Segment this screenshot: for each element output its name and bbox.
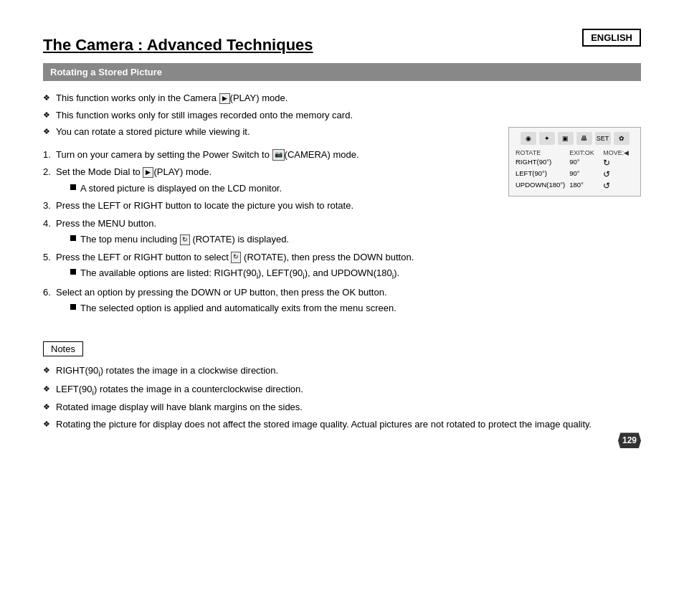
diag-icon-5: SET — [595, 132, 611, 145]
rotate-right-symbol: ↻ — [601, 157, 636, 169]
note-4: Rotating the picture for display does no… — [43, 417, 641, 432]
play-icon: ▶ — [219, 93, 230, 105]
intro-bullet-3: You can rotate a stored picture while vi… — [43, 125, 494, 139]
step-2: 2. Set the Mode Dial to ▶(PLAY) mode. A … — [43, 165, 494, 195]
rotate-left-symbol: ↺ — [601, 169, 636, 180]
table-row-left: LEFT(90°) 90° ↺ — [513, 169, 636, 180]
rotate-updown-label: UPDOWN(180°) — [513, 180, 567, 191]
notes-section: Notes RIGHT(90i) rotates the image in a … — [43, 341, 641, 432]
notes-label: Notes — [43, 341, 83, 356]
intro-bullet-1: This function works only in the Camera ▶… — [43, 91, 494, 105]
step-5-sub-text: The available options are listed: RIGHT(… — [80, 266, 399, 282]
diag-icon-4: 🖶 — [576, 132, 592, 145]
header-col-exit: EXIT:OK — [567, 148, 601, 157]
note-3: Rotated image display will have blank ma… — [43, 400, 641, 414]
step-6-sub-text: The selected option is applied and autom… — [80, 301, 396, 316]
language-badge: ENGLISH — [582, 29, 641, 47]
diagram-icon-row: ◉ ✦ ▣ 🖶 SET ✿ — [513, 132, 636, 145]
rotate-left-label: LEFT(90°) — [513, 169, 567, 180]
rotate-icon-inline: ↻ — [180, 234, 190, 246]
header-col-move: MOVE:◀ — [601, 148, 636, 157]
table-header-row: ROTATE EXIT:OK MOVE:◀ — [513, 148, 636, 157]
step-4-sub-text: The top menu including ↻ (ROTATE) is dis… — [80, 232, 289, 247]
note-1: RIGHT(90i) rotates the image in a clockw… — [43, 364, 641, 379]
diag-icon-6: ✿ — [614, 132, 630, 145]
step-4: 4. Press the MENU button. The top menu i… — [43, 217, 494, 247]
rotate-updown-degree: 180° — [567, 180, 601, 191]
sub-bullet-icon-4 — [70, 304, 76, 310]
content-area: This function works only in the Camera ▶… — [43, 91, 641, 324]
diag-icon-2: ✦ — [539, 132, 555, 145]
sub-bullet-icon — [70, 184, 76, 190]
step-6-sub: The selected option is applied and autom… — [56, 301, 494, 316]
step-3: 3. Press the LEFT or RIGHT button to loc… — [43, 199, 494, 213]
rotate-diagram: ◉ ✦ ▣ 🖶 SET ✿ ROTATE EXIT:OK MOVE:◀ RIGH… — [508, 127, 641, 196]
step-5: 5. Press the LEFT or RIGHT button to sel… — [43, 250, 494, 282]
step-6: 6. Select an option by pressing the DOWN… — [43, 285, 494, 316]
steps-list: 1. Turn on your camera by setting the Po… — [43, 148, 494, 316]
rotate-updown-symbol: ↺ — [601, 180, 636, 191]
camera-icon: 📷 — [272, 149, 285, 161]
sub-bullet-icon-3 — [70, 269, 76, 275]
table-row-right: RIGHT(90°) 90° ↻ — [513, 157, 636, 169]
text-column: This function works only in the Camera ▶… — [43, 91, 494, 324]
step-2-sub: A stored picture is displayed on the LCD… — [56, 181, 494, 196]
page-title: The Camera : Advanced Techniques — [43, 36, 641, 55]
rotate-left-degree: 90° — [567, 169, 601, 180]
step-2-sub-text: A stored picture is displayed on the LCD… — [80, 181, 282, 196]
intro-bullet-2: This function works only for still image… — [43, 108, 494, 123]
header-col-rotate: ROTATE — [513, 148, 567, 157]
section-header: Rotating a Stored Picture — [43, 63, 641, 81]
page-container: ENGLISH The Camera : Advanced Techniques… — [0, 0, 684, 463]
sub-bullet-icon-2 — [70, 235, 76, 241]
intro-bullet-list: This function works only in the Camera ▶… — [43, 91, 494, 139]
notes-list: RIGHT(90i) rotates the image in a clockw… — [43, 364, 641, 432]
step-4-sub: The top menu including ↻ (ROTATE) is dis… — [56, 232, 494, 247]
table-row-updown: UPDOWN(180°) 180° ↺ — [513, 180, 636, 191]
step-5-sub: The available options are listed: RIGHT(… — [56, 266, 494, 282]
rotate-select-icon: ↻ — [231, 252, 241, 263]
rotate-diagram-box: ◉ ✦ ▣ 🖶 SET ✿ ROTATE EXIT:OK MOVE:◀ RIGH… — [508, 127, 641, 324]
note-2: LEFT(90i) rotates the image in a counter… — [43, 382, 641, 398]
play-mode-icon: ▶ — [143, 167, 153, 179]
step-1: 1. Turn on your camera by setting the Po… — [43, 148, 494, 162]
page-number: 129 — [618, 432, 641, 448]
rotate-right-label: RIGHT(90°) — [513, 157, 567, 169]
rotate-table: ROTATE EXIT:OK MOVE:◀ RIGHT(90°) 90° ↻ L… — [513, 148, 636, 191]
rotate-right-degree: 90° — [567, 157, 601, 169]
diag-icon-1: ◉ — [521, 132, 536, 145]
diag-icon-3: ▣ — [558, 132, 574, 145]
